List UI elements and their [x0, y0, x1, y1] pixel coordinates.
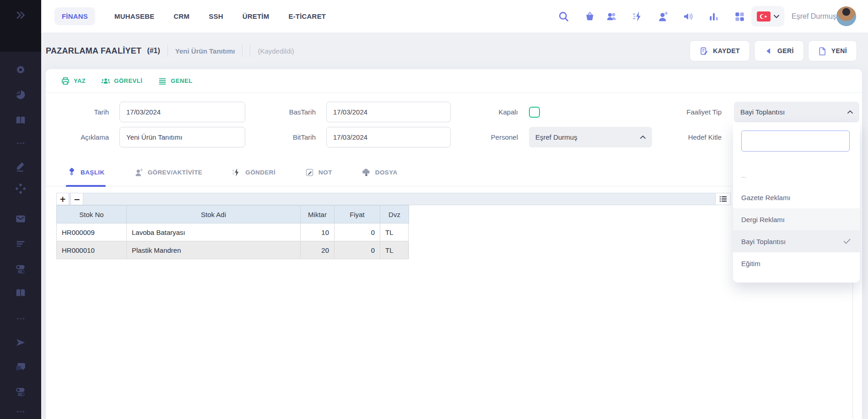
save-button[interactable]: KAYDET [690, 40, 750, 61]
bastarih-input[interactable] [326, 102, 451, 122]
dropdown-option-empty[interactable]: ... [733, 164, 860, 186]
top-navigation-bar: FİNANS MUHASEBE CRM SSH ÜRETİM E-TİCARET… [41, 0, 868, 33]
grid-add-row-button[interactable]: + [56, 193, 69, 205]
column-header[interactable]: Fiyat [334, 206, 380, 223]
language-selector[interactable] [751, 6, 784, 27]
basket-icon[interactable] [584, 11, 596, 22]
record-subtitle: Yeni Ürün Tanıtımı [175, 47, 235, 55]
grid-remove-row-button[interactable]: − [70, 193, 83, 205]
table-row[interactable]: HR000009 Lavoba Bataryası 10 0 TL [56, 223, 409, 241]
book-icon[interactable] [15, 114, 27, 126]
personel-select[interactable]: Eşref Durmuş [529, 127, 652, 147]
page-header: PAZARLAMA FAALİYET (#1) Yeni Ürün Tanıtı… [41, 33, 868, 69]
customers-icon[interactable] [606, 11, 618, 22]
cell-fiyat: 0 [334, 241, 380, 259]
tarih-input[interactable] [119, 102, 245, 122]
ellipsis-icon[interactable] [15, 313, 27, 325]
print-button[interactable]: YAZ [61, 76, 86, 86]
avatar[interactable] [836, 6, 856, 26]
tab-dosya[interactable]: DOSYA [361, 159, 398, 186]
new-button[interactable]: YENİ [808, 40, 857, 61]
people-group-icon [101, 76, 110, 86]
tab-gorev-aktivite[interactable]: GÖREV/AKTİVİTE [134, 159, 203, 186]
hedef-kitle-label: Hedef Kitle [650, 127, 722, 147]
new-document-icon [818, 47, 827, 55]
status-badge: (Kaydedildi) [258, 47, 294, 55]
pencil-icon[interactable] [15, 160, 27, 172]
announcement-icon[interactable] [683, 11, 695, 22]
nav-item-muhasebe[interactable]: MUHASEBE [114, 12, 154, 20]
stats-icon[interactable] [708, 11, 720, 22]
chat-icon[interactable] [15, 361, 27, 373]
cell-stok-adi: Plastik Mandren [127, 241, 301, 259]
dropdown-option-selected[interactable]: Bayi Toplantısı [733, 230, 860, 252]
bittarih-label: BitTarih [247, 127, 316, 147]
faaliyet-tip-select[interactable]: Bayi Toplantısı [734, 102, 859, 122]
faaliyet-tip-dropdown-panel: ... Gazete Reklamı Dergi Reklamı Bayi To… [733, 122, 860, 283]
pie-chart-icon[interactable] [15, 89, 27, 101]
mail-icon[interactable] [15, 213, 27, 225]
aciklama-input[interactable] [119, 127, 245, 147]
user-name: Eşref Durmuş [792, 0, 836, 33]
double-chevron-right-icon[interactable] [15, 9, 27, 21]
nav-item-finans[interactable]: FİNANS [54, 7, 95, 25]
assignee-button[interactable]: GÖREVLİ [101, 76, 142, 86]
gear-icon[interactable] [15, 64, 27, 76]
cell-stok-adi: Lavoba Bataryası [127, 223, 301, 241]
nav-item-crm[interactable]: CRM [174, 12, 190, 20]
list-lines-icon[interactable] [15, 238, 27, 250]
dropdown-option[interactable]: Gazete Reklamı [733, 186, 860, 208]
toggles-icon[interactable] [15, 263, 27, 275]
nav-item-eticaret[interactable]: E-TİCARET [288, 12, 326, 20]
send-icon[interactable] [15, 337, 27, 348]
search-icon[interactable] [558, 11, 570, 22]
general-button[interactable]: GENEL [158, 76, 192, 86]
record-number: (#1) [147, 47, 160, 55]
dropdown-option-list: ... Gazete Reklamı Dergi Reklamı Bayi To… [733, 164, 860, 274]
tab-gonderi[interactable]: GÖNDERİ [232, 159, 275, 186]
chevron-up-icon [640, 136, 646, 139]
cell-stok-no: HR000010 [57, 241, 127, 259]
cell-dvz: TL [380, 241, 409, 259]
diamonds-icon[interactable] [15, 183, 27, 195]
cell-fiyat: 0 [334, 223, 380, 241]
diamond-icon [67, 168, 76, 177]
ellipsis-icon[interactable] [15, 137, 27, 149]
column-header[interactable]: Dvz [380, 206, 409, 223]
kapali-label: Kapalı [448, 102, 518, 122]
bittarih-input[interactable] [326, 127, 451, 147]
column-header[interactable]: Stok No [57, 206, 127, 223]
kapali-checkbox[interactable] [529, 107, 540, 118]
cell-miktar: 10 [301, 223, 334, 241]
back-button[interactable]: GERİ [754, 40, 804, 61]
dropdown-search-input[interactable] [741, 131, 850, 152]
column-header[interactable]: Stok Adi [127, 206, 301, 223]
sidebar-logo-block [0, 0, 41, 52]
cloud-download-icon [361, 168, 371, 177]
toggles-icon[interactable] [15, 386, 27, 397]
book-icon[interactable] [15, 287, 27, 299]
nav-item-uretim[interactable]: ÜRETİM [243, 12, 270, 20]
divider [167, 45, 168, 57]
apps-grid-icon[interactable] [733, 11, 745, 22]
list-menu-icon [719, 195, 728, 203]
cell-stok-no: HR000009 [57, 223, 127, 241]
nav-item-ssh[interactable]: SSH [209, 12, 223, 20]
dropdown-option[interactable]: Eğitim [733, 252, 860, 274]
tab-not[interactable]: NOT [305, 159, 332, 186]
activity-icon[interactable] [632, 11, 644, 22]
grid-column-chooser-button[interactable] [715, 193, 731, 205]
tarih-label: Tarih [46, 102, 109, 122]
table-header-row: Stok No Stok Adi Miktar Fiyat Dvz [56, 205, 409, 223]
column-header[interactable]: Miktar [301, 206, 334, 223]
bastarih-label: BasTarih [247, 102, 316, 122]
chevron-up-icon [847, 110, 853, 114]
save-icon [700, 47, 708, 55]
tab-baslik[interactable]: BAŞLIK [67, 159, 105, 186]
table-row[interactable]: HR000010 Plastik Mandren 20 0 TL [56, 241, 409, 259]
page-title: PAZARLAMA FAALİYET [46, 46, 141, 56]
dropdown-option[interactable]: Dergi Reklamı [733, 208, 860, 230]
add-person-icon[interactable] [657, 11, 669, 22]
ellipsis-icon[interactable] [15, 406, 27, 418]
turkish-flag-icon [757, 11, 771, 22]
